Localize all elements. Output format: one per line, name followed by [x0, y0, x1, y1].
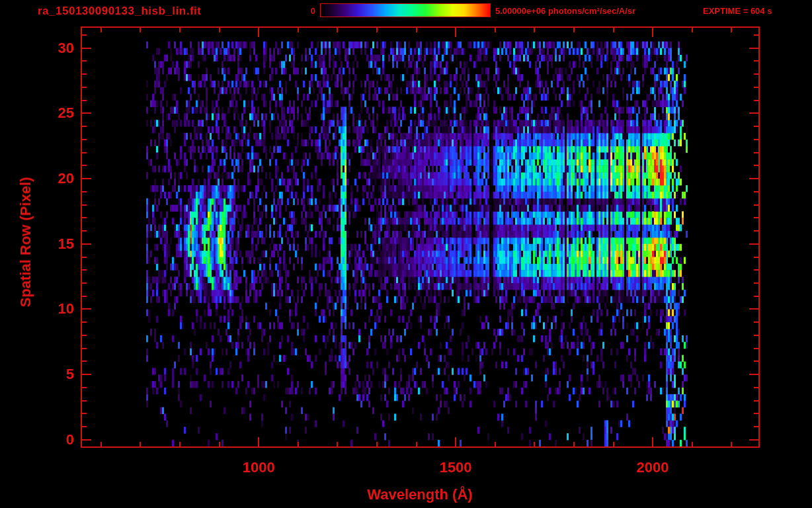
plot-title: ra_150130090133_hisb_lin.fit — [38, 5, 201, 18]
y-tick-label: 0 — [21, 431, 74, 448]
y-tick-label: 25 — [21, 105, 74, 122]
exptime-label: EXPTIME = 604 s — [703, 6, 772, 16]
colorbar-gradient — [320, 3, 491, 17]
y-tick-label: 5 — [21, 366, 74, 383]
y-tick-label: 10 — [21, 300, 74, 318]
x-tick-label: 1500 — [440, 459, 472, 476]
colorbar-max-label: 5.00000e+06 photons/cm²/sec/A/sr — [495, 6, 635, 16]
colorbar-min-label: 0 — [297, 6, 315, 16]
x-tick-label: 2000 — [637, 459, 669, 476]
y-tick-label: 15 — [21, 235, 74, 253]
spectral-image-plot-area — [0, 0, 812, 508]
x-tick-label: 1000 — [243, 459, 275, 476]
plot-window: ra_150130090133_hisb_lin.fit 0 5.00000e+… — [0, 0, 812, 508]
y-tick-label: 30 — [21, 40, 74, 57]
x-axis-title: Wavelength (Å) — [367, 486, 472, 503]
y-tick-label: 20 — [21, 170, 74, 187]
